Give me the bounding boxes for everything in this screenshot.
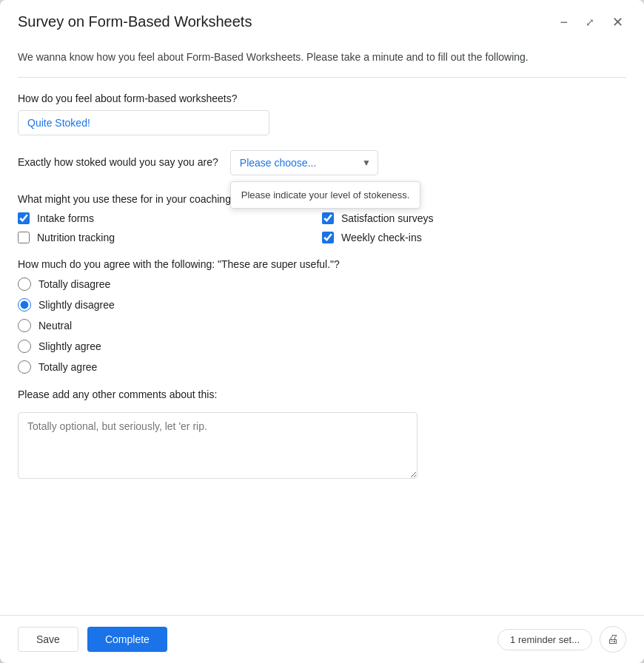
radio-slightly-agree: Slightly agree [18,340,626,353]
print-button[interactable]: 🖨 [600,626,626,653]
intro-text: We wanna know how you feel about Form-Ba… [18,41,626,78]
complete-button[interactable]: Complete [87,627,167,652]
intake-label: Intake forms [37,212,94,224]
checkbox-satisfaction: Satisfaction surveys [322,212,626,224]
checkbox-nutrition: Nutrition tracking [18,232,322,243]
nutrition-label: Nutrition tracking [37,232,115,243]
slightly-agree-radio[interactable] [18,340,31,353]
close-button[interactable]: ✕ [609,14,626,30]
checkbox-intake: Intake forms [18,212,322,224]
restore-button[interactable]: ⤢ [583,16,597,29]
question-1-section: How do you feel about form-based workshe… [18,92,626,135]
totally-agree-radio[interactable] [18,360,31,374]
weekly-label: Weekly check-ins [341,232,422,243]
dialog-footer: Save Complete 1 reminder set... 🖨 [0,615,644,663]
radio-totally-disagree: Totally disagree [18,277,626,291]
radio-slightly-disagree: Slightly disagree [18,298,626,312]
totally-disagree-radio[interactable] [18,277,31,291]
satisfaction-checkbox[interactable] [322,212,334,224]
slightly-disagree-radio[interactable] [18,298,31,312]
radio-group: Totally disagree Slightly disagree Neutr… [18,277,626,374]
slightly-agree-label: Slightly agree [38,340,101,352]
checkboxes-grid: Intake forms Satisfaction surveys Nutrit… [18,212,626,243]
satisfaction-label: Satisfaction surveys [341,212,434,224]
question-4-label: How much do you agree with the following… [18,258,626,270]
question-4-section: How much do you agree with the following… [18,258,626,374]
reminder-pill[interactable]: 1 reminder set... [497,629,592,650]
nutrition-checkbox[interactable] [18,232,30,243]
question-2-section: Exactly how stoked would you say you are… [18,150,626,175]
neutral-label: Neutral [38,320,72,332]
survey-dialog: Survey on Form-Based Worksheets − ⤢ ✕ We… [0,0,644,663]
comments-textarea[interactable] [18,412,417,479]
q1-input[interactable] [18,110,269,135]
stoked-select[interactable]: Please choose... Slightly stoked Moderat… [230,150,378,175]
slightly-disagree-label: Slightly disagree [38,299,115,311]
radio-neutral: Neutral [18,319,626,332]
question-2-label: Exactly how stoked would you say you are… [18,150,218,168]
checkbox-weekly: Weekly check-ins [322,232,626,243]
printer-icon: 🖨 [607,633,619,646]
totally-agree-label: Totally agree [38,361,97,373]
dialog-title: Survey on Form-Based Worksheets [18,13,252,30]
save-button[interactable]: Save [18,627,78,652]
stoked-tooltip: Please indicate your level of stokeness. [230,181,421,209]
totally-disagree-label: Totally disagree [38,278,110,290]
weekly-checkbox[interactable] [322,232,334,243]
dialog-header: Survey on Form-Based Worksheets − ⤢ ✕ [0,0,644,41]
question-5-section: Please add any other comments about this… [18,388,626,481]
dialog-body: We wanna know how you feel about Form-Ba… [0,41,644,615]
footer-right: 1 reminder set... 🖨 [497,626,626,653]
neutral-radio[interactable] [18,319,31,332]
question-1-label: How do you feel about form-based workshe… [18,92,626,104]
minimize-button[interactable]: − [557,14,571,30]
radio-totally-agree: Totally agree [18,360,626,374]
intake-checkbox[interactable] [18,212,30,224]
header-controls: − ⤢ ✕ [557,14,626,30]
question-5-label: Please add any other comments about this… [18,388,626,400]
footer-left: Save Complete [18,627,167,652]
select-wrapper: Please choose... Slightly stoked Moderat… [230,150,378,175]
stoked-row: Exactly how stoked would you say you are… [18,150,626,175]
